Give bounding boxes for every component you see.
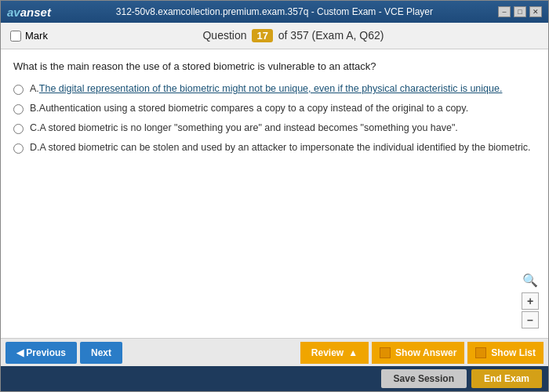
option-c-radio[interactable] [13,124,24,134]
mark-label[interactable]: Mark [10,30,48,42]
zoom-out-button[interactable]: – [522,311,539,328]
review-arrow-icon: ▲ [348,347,358,358]
option-a-text: The digital representation of the biomet… [39,83,503,94]
show-answer-button[interactable]: Show Answer [372,342,464,364]
show-list-label: Show List [491,347,536,358]
next-button[interactable]: Next [80,342,122,364]
save-session-button[interactable]: Save Session [381,369,467,388]
mark-checkbox[interactable] [10,31,21,42]
option-c-text: A stored biometric is no longer "somethi… [40,122,458,133]
review-button[interactable]: Review ▲ [300,342,369,364]
title-bar: avanset 312-50v8.examcollection.premium.… [1,1,548,23]
question-text: What is the main reason the use of a sto… [13,60,536,72]
option-a-radio[interactable] [13,85,24,95]
option-b[interactable]: B. Authentication using a stored biometr… [13,103,536,114]
show-list-icon [475,347,486,358]
review-label: Review [311,347,344,358]
close-button[interactable]: ✕ [529,6,542,17]
content-area: What is the main reason the use of a sto… [1,49,548,338]
question-info: Question 17 of 357 (Exam A, Q62) [48,29,539,42]
option-b-radio[interactable] [13,104,24,114]
question-number-badge: 17 [252,29,272,42]
minimize-button[interactable]: – [498,6,511,17]
app-window: avanset 312-50v8.examcollection.premium.… [0,0,549,392]
logo-highlight: av [7,5,20,19]
zoom-controls: 🔍 + – [522,273,539,328]
option-a[interactable]: A. The digital representation of the bio… [13,83,536,95]
option-d-text: A stored biometric can be stolen and use… [40,142,531,153]
window-controls: – □ ✕ [498,6,542,17]
option-d-radio[interactable] [13,143,24,154]
window-title: 312-50v8.examcollection.premium.exam.357… [116,6,433,17]
maximize-button[interactable]: □ [514,6,526,17]
end-exam-button[interactable]: End Exam [471,369,542,388]
toolbar: Mark Question 17 of 357 (Exam A, Q62) [1,23,548,49]
show-answer-label: Show Answer [395,347,456,358]
show-answer-icon [380,347,391,358]
option-b-text: Authentication using a stored biometric … [39,103,468,114]
app-logo: avanset [7,5,51,19]
search-icon[interactable]: 🔍 [522,273,538,288]
zoom-in-button[interactable]: + [522,292,539,310]
nav-bar: ◀ Previous Next Review ▲ Show Answer Sho… [1,338,548,366]
option-d[interactable]: D. A stored biometric can be stolen and … [13,142,536,154]
show-list-button[interactable]: Show List [467,342,544,364]
action-bar: Save Session End Exam [1,366,548,391]
previous-button[interactable]: ◀ Previous [5,342,77,364]
option-c[interactable]: C. A stored biometric is no longer "some… [13,122,536,134]
